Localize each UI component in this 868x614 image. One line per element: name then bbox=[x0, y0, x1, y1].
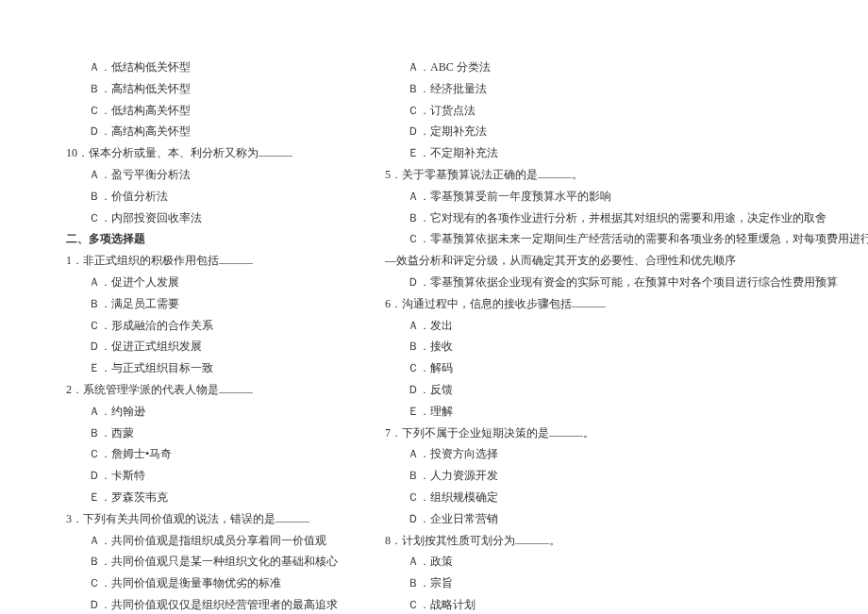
option: Ｅ．罗森茨韦克 bbox=[66, 487, 338, 508]
question-text: 1．非正式组织的积极作用包括 bbox=[66, 254, 219, 267]
option: Ｂ．高结构低关怀型 bbox=[66, 78, 338, 100]
option: Ｃ．组织规模确定 bbox=[385, 487, 868, 508]
option: Ｂ．共同价值观只是某一种组织文化的基础和核心 bbox=[66, 551, 338, 573]
option: Ｄ．企业日常营销 bbox=[385, 508, 868, 530]
right-column: Ａ．ABC 分类法 Ｂ．经济批量法 Ｃ．订货点法 Ｄ．定期补充法 Ｅ．不定期补充… bbox=[385, 57, 868, 595]
blank bbox=[275, 511, 309, 523]
tail: 。 bbox=[549, 534, 560, 547]
option: Ｂ．经济批量法 bbox=[385, 78, 868, 100]
question-text: 3．下列有关共同价值观的说法，错误的是 bbox=[66, 512, 275, 525]
question-text: 8．计划按其性质可划分为 bbox=[385, 534, 515, 547]
option: Ｂ．接收 bbox=[385, 336, 868, 357]
blank bbox=[549, 425, 583, 437]
option: Ａ．低结构低关怀型 bbox=[66, 57, 338, 78]
question-6: 6．沟通过程中，信息的接收步骤包括 bbox=[385, 293, 868, 315]
question-text: 2．系统管理学派的代表人物是 bbox=[66, 383, 219, 396]
option: Ｃ．战略计划 bbox=[385, 594, 868, 614]
option: Ｃ．詹姆士•马奇 bbox=[66, 443, 338, 465]
question-3: 3．下列有关共同价值观的说法，错误的是 bbox=[66, 508, 338, 530]
left-column: Ａ．低结构低关怀型 Ｂ．高结构低关怀型 Ｃ．低结构高关怀型 Ｄ．高结构高关怀型 … bbox=[66, 57, 338, 595]
option: Ｄ．零基预算依据企业现有资金的实际可能，在预算中对各个项目进行综合性费用预算 bbox=[385, 272, 868, 293]
question-text: 10．保本分析或量、本、利分析又称为 bbox=[66, 146, 259, 159]
option: Ａ．促进个人发展 bbox=[66, 272, 338, 293]
blank bbox=[572, 296, 606, 307]
option: Ｄ．卡斯特 bbox=[66, 465, 338, 487]
question-2: 2．系统管理学派的代表人物是 bbox=[66, 379, 338, 401]
option: Ｄ．高结构高关怀型 bbox=[66, 121, 338, 142]
option: Ａ．盈亏平衡分析法 bbox=[66, 164, 338, 186]
option: Ａ．约翰逊 bbox=[66, 401, 338, 423]
option: Ｃ．内部投资回收率法 bbox=[66, 207, 338, 229]
blank bbox=[538, 167, 572, 178]
option: Ｂ．西蒙 bbox=[66, 423, 338, 444]
blank bbox=[219, 382, 253, 393]
option: Ｃ．形成融洽的合作关系 bbox=[66, 315, 338, 337]
option: Ｂ．宗旨 bbox=[385, 573, 868, 594]
option-continuation: —效益分析和评定分级，从而确定其开支的必要性、合理性和优先顺序 bbox=[385, 250, 868, 272]
question-8: 8．计划按其性质可划分为。 bbox=[385, 530, 868, 552]
tail: 。 bbox=[583, 426, 594, 440]
option: Ｅ．与正式组织目标一致 bbox=[66, 357, 338, 379]
blank bbox=[259, 145, 292, 157]
option: Ｄ．共同价值观仅仅是组织经营管理者的最高追求 bbox=[66, 594, 338, 614]
option: Ｂ．人力资源开发 bbox=[385, 465, 868, 487]
option: Ｄ．促进正式组织发展 bbox=[66, 336, 338, 357]
option: Ｅ．理解 bbox=[385, 401, 868, 423]
section-2-title: 二、多项选择题 bbox=[66, 228, 338, 250]
question-7: 7．下列不属于企业短期决策的是。 bbox=[385, 423, 868, 444]
option: Ｃ．低结构高关怀型 bbox=[66, 100, 338, 122]
question-1: 1．非正式组织的积极作用包括 bbox=[66, 250, 338, 272]
question-text: 6．沟通过程中，信息的接收步骤包括 bbox=[385, 297, 572, 310]
blank bbox=[515, 533, 549, 544]
option: Ｅ．不定期补充法 bbox=[385, 142, 868, 164]
question-text: 5．关于零基预算说法正确的是 bbox=[385, 168, 538, 181]
option: Ｂ．满足员工需要 bbox=[66, 293, 338, 315]
option: Ｂ．它对现有的各项作业进行分析，并根据其对组织的需要和用途，决定作业的取舍 bbox=[385, 207, 868, 229]
option: Ａ．投资方向选择 bbox=[385, 443, 868, 465]
tail: 。 bbox=[572, 168, 583, 181]
question-text: 7．下列不属于企业短期决策的是 bbox=[385, 426, 549, 440]
option: Ａ．ABC 分类法 bbox=[385, 57, 868, 78]
question-5: 5．关于零基预算说法正确的是。 bbox=[385, 164, 868, 186]
option: Ａ．共同价值观是指组织成员分享着同一价值观 bbox=[66, 530, 338, 552]
option: Ａ．零基预算受前一年度预算水平的影响 bbox=[385, 186, 868, 207]
option: Ｃ．共同价值观是衡量事物优劣的标准 bbox=[66, 573, 338, 594]
option: Ｃ．零基预算依据未来一定期间生产经营活动的需要和各项业务的轻重缓急，对每项费用进… bbox=[385, 228, 868, 250]
blank bbox=[219, 253, 253, 264]
option: Ａ．发出 bbox=[385, 315, 868, 337]
option: Ｄ．反馈 bbox=[385, 379, 868, 401]
question-10: 10．保本分析或量、本、利分析又称为 bbox=[66, 142, 338, 164]
option: Ｄ．定期补充法 bbox=[385, 121, 868, 142]
option: Ａ．政策 bbox=[385, 551, 868, 573]
option: Ｃ．解码 bbox=[385, 357, 868, 379]
option: Ｂ．价值分析法 bbox=[66, 186, 338, 207]
option: Ｃ．订货点法 bbox=[385, 100, 868, 122]
